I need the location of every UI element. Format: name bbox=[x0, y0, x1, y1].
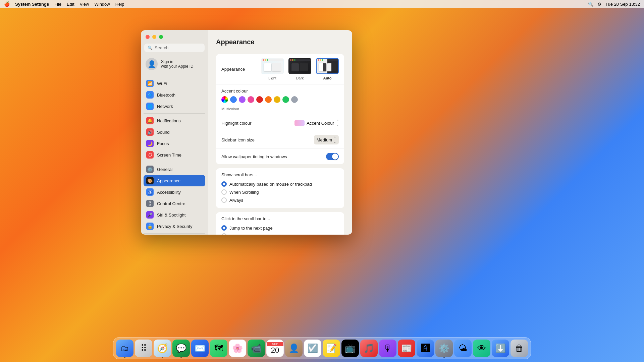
dock-item-music[interactable]: 🎵 bbox=[360, 340, 378, 357]
apple-logo[interactable]: 🍎 bbox=[4, 1, 10, 7]
scrollbar-auto[interactable]: Automatically based on mouse or trackpad bbox=[221, 181, 312, 187]
dock-item-appstore[interactable]: 🅰 bbox=[417, 340, 434, 357]
search-box[interactable]: 🔍 bbox=[144, 44, 205, 52]
sidebar-item-label: Wi-Fi bbox=[157, 81, 167, 86]
scrollbar-always[interactable]: Always bbox=[221, 197, 312, 203]
accent-purple[interactable] bbox=[239, 96, 246, 103]
click-nextpage[interactable]: Jump to the next page bbox=[221, 225, 288, 231]
controlcentre-icon: 🎛 bbox=[146, 200, 154, 207]
close-button[interactable] bbox=[146, 35, 150, 39]
sign-in-section[interactable]: 👤 Sign in with your Apple ID bbox=[141, 55, 208, 73]
dock-item-preview[interactable]: 👁 bbox=[473, 340, 490, 357]
dock-item-news[interactable]: 📰 bbox=[398, 340, 415, 357]
sign-in-subtext: with your Apple ID bbox=[161, 64, 194, 69]
sidebar-item-bluetooth[interactable]: 🔷 Bluetooth bbox=[144, 89, 205, 101]
highlight-value: Accent Colour bbox=[307, 121, 334, 126]
sidebar-item-siri[interactable]: 🎤 Siri & Spotlight bbox=[144, 209, 205, 221]
highlight-colour-label: Highlight colour bbox=[221, 121, 252, 126]
appearance-option-auto[interactable]: Auto bbox=[316, 58, 339, 80]
menubar-search-icon[interactable]: 🔍 bbox=[588, 2, 593, 7]
wallpaper-tinting-row: Allow wallpaper tinting in windows bbox=[216, 149, 344, 164]
menu-help[interactable]: Help bbox=[115, 2, 124, 7]
scrollbar-auto-radio[interactable] bbox=[221, 181, 227, 187]
menu-file[interactable]: File bbox=[54, 2, 61, 7]
sidebar-icon-size-select[interactable]: Medium ⌃⌄ bbox=[314, 135, 339, 144]
accent-green[interactable] bbox=[282, 96, 289, 103]
menu-view[interactable]: View bbox=[80, 2, 89, 7]
sidebar-item-accessibility[interactable]: ♿ Accessibility bbox=[144, 186, 205, 198]
dock-item-notes[interactable]: 📝 bbox=[323, 340, 340, 357]
accent-graphite[interactable] bbox=[291, 96, 298, 103]
dock-item-facetime[interactable]: 📹 bbox=[248, 340, 265, 357]
dock-item-maps[interactable]: 🗺 bbox=[210, 340, 227, 357]
sidebar-item-label: Accessibility bbox=[157, 190, 181, 195]
dock-item-finder[interactable]: 🗂 bbox=[116, 340, 133, 357]
siri-icon: 🎤 bbox=[146, 211, 154, 219]
wallpaper-tinting-toggle[interactable] bbox=[326, 153, 339, 160]
sidebar-item-network[interactable]: 🌐 Network bbox=[144, 101, 205, 112]
dock-item-messages[interactable]: 💬 bbox=[172, 340, 190, 357]
dock-item-trash[interactable]: 🗑 bbox=[511, 340, 528, 357]
click-spot-label: Jump to the spot that's clicked bbox=[229, 234, 288, 235]
scrollbar-always-radio[interactable] bbox=[221, 197, 227, 203]
dock-item-reminders[interactable]: ☑️ bbox=[304, 340, 321, 357]
accent-yellow[interactable] bbox=[274, 96, 280, 103]
accent-multicolour[interactable] bbox=[221, 96, 228, 103]
dock-item-launchpad[interactable]: ⠿ bbox=[135, 340, 152, 357]
click-spot-radio[interactable] bbox=[221, 233, 227, 235]
appearance-option-light[interactable]: Light bbox=[261, 58, 284, 80]
sidebar-item-label: Privacy & Security bbox=[157, 224, 192, 229]
sidebar-item-notifications[interactable]: 🔔 Notifications bbox=[144, 115, 205, 126]
menu-window[interactable]: Window bbox=[94, 2, 110, 7]
dock-item-podcasts[interactable]: 🎙 bbox=[379, 340, 396, 357]
sidebar-item-focus[interactable]: 🌙 Focus bbox=[144, 138, 205, 149]
dock-item-syssettings[interactable]: ⚙️ bbox=[435, 340, 453, 357]
radio-inner-2 bbox=[223, 227, 225, 229]
search-input[interactable] bbox=[155, 45, 201, 50]
click-nextpage-radio[interactable] bbox=[221, 225, 227, 231]
click-spot[interactable]: Jump to the spot that's clicked bbox=[221, 233, 288, 235]
click-scrollbar-block: Click in the scroll bar to... Jump to th… bbox=[216, 212, 344, 235]
accent-blue[interactable] bbox=[230, 96, 237, 103]
scrollbars-row: Show scroll bars... Automatically based … bbox=[216, 168, 344, 208]
dock-item-downloads[interactable]: ⬇️ bbox=[492, 340, 509, 357]
accent-red[interactable] bbox=[256, 96, 263, 103]
sidebar-item-label: Network bbox=[157, 104, 173, 109]
sidebar-item-label: Sound bbox=[157, 130, 170, 135]
click-nextpage-label: Jump to the next page bbox=[229, 226, 273, 231]
highlight-chevron: ⌃⌄ bbox=[336, 119, 339, 127]
minimize-button[interactable] bbox=[152, 35, 156, 39]
dock-item-tv[interactable]: 📺 bbox=[341, 340, 359, 357]
menu-app-name[interactable]: System Settings bbox=[15, 2, 49, 7]
wifi-icon: 📶 bbox=[146, 80, 154, 87]
accent-orange[interactable] bbox=[265, 96, 272, 103]
dock-item-mail[interactable]: ✉️ bbox=[191, 340, 209, 357]
dock-item-safari[interactable]: 🧭 bbox=[154, 340, 171, 357]
maximize-button[interactable] bbox=[159, 35, 163, 39]
scrollbar-scrolling-radio[interactable] bbox=[221, 189, 227, 195]
scrollbar-when-scrolling[interactable]: When Scrolling bbox=[221, 189, 312, 195]
sidebar-item-wifi[interactable]: 📶 Wi-Fi bbox=[144, 78, 205, 89]
dock-item-contacts[interactable]: 👤 bbox=[285, 340, 303, 357]
appearance-option-dark[interactable]: Dark bbox=[288, 58, 311, 80]
menubar-controlcenter-icon[interactable]: ⚙ bbox=[597, 2, 601, 7]
sidebar-item-sound[interactable]: 🔊 Sound bbox=[144, 126, 205, 138]
sidebar-item-screentime[interactable]: ⏱ Screen Time bbox=[144, 149, 205, 161]
sound-icon: 🔊 bbox=[146, 128, 154, 136]
sidebar-item-label: Focus bbox=[157, 141, 169, 146]
dock-item-photos[interactable]: 🌸 bbox=[229, 340, 246, 357]
sidebar-item-privacy[interactable]: 🔒 Privacy & Security bbox=[144, 221, 205, 232]
sidebar-item-controlcentre[interactable]: 🎛 Control Centre bbox=[144, 198, 205, 209]
sidebar-item-label: Appearance bbox=[157, 178, 180, 183]
accent-pink[interactable] bbox=[248, 96, 254, 103]
sidebar-item-appearance[interactable]: 🎨 Appearance bbox=[144, 175, 205, 186]
notifications-icon: 🔔 bbox=[146, 117, 154, 124]
appearance-thumb-dark bbox=[288, 58, 311, 74]
sidebar-item-general[interactable]: ⚙️ General bbox=[144, 164, 205, 175]
dock-item-calendar[interactable]: SEP 20 bbox=[266, 340, 284, 357]
network-icon: 🌐 bbox=[146, 103, 154, 110]
highlight-preview[interactable]: Accent Colour ⌃⌄ bbox=[294, 119, 339, 127]
scrollbars-radio-group: Automatically based on mouse or trackpad… bbox=[221, 180, 312, 204]
menu-edit[interactable]: Edit bbox=[67, 2, 74, 7]
dock-item-weather[interactable]: 🌤 bbox=[454, 340, 472, 357]
